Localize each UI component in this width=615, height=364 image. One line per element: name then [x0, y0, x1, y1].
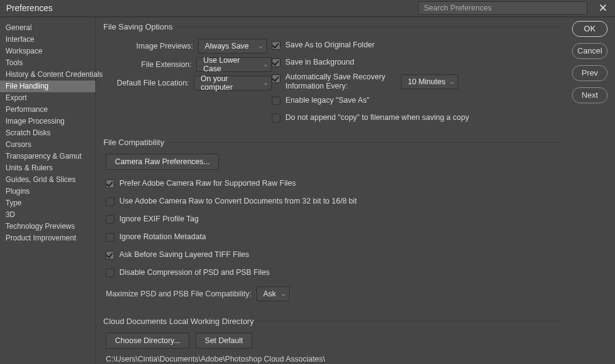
- legend-file-compat: File Compatibility: [103, 138, 168, 147]
- dialog-buttons: OK Cancel Prev Next: [568, 21, 611, 364]
- legend-cloud-docs: Cloud Documents Local Working Directory: [103, 317, 258, 326]
- body: GeneralInterfaceWorkspaceToolsHistory & …: [0, 17, 615, 364]
- dd-auto-save-interval[interactable]: 10 Minutes⌵: [401, 74, 458, 89]
- checkbox-icon: [272, 58, 280, 67]
- chevron-down-icon: ⌵: [259, 42, 263, 49]
- cb-save-background[interactable]: Save in Background: [272, 55, 560, 70]
- sidebar-item-general[interactable]: General: [0, 22, 95, 34]
- sidebar-item-scratch-disks[interactable]: Scratch Disks: [0, 127, 95, 139]
- dd-file-extension[interactable]: Use Lower Case⌵: [196, 57, 272, 72]
- main-area: File Saving Options Image Previews: Alwa…: [96, 17, 615, 364]
- checkbox-icon: [106, 180, 114, 188]
- checkbox-icon: [106, 251, 114, 259]
- sidebar-item-tools[interactable]: Tools: [0, 57, 95, 69]
- cb-prefer-acr[interactable]: Prefer Adobe Camera Raw for Supported Ra…: [106, 176, 560, 191]
- chevron-down-icon: ⌵: [282, 290, 285, 297]
- cb-ignore-exif[interactable]: Ignore EXIF Profile Tag: [106, 212, 560, 227]
- cb-save-as-original[interactable]: Save As to Original Folder: [272, 38, 560, 53]
- label-file-extension: File Extension:: [106, 60, 196, 69]
- cb-legacy-save-as[interactable]: Enable legacy "Save As": [272, 93, 560, 108]
- group-file-compat: File Compatibility Camera Raw Preference…: [103, 136, 562, 304]
- close-icon[interactable]: ✕: [596, 1, 610, 15]
- group-file-saving: File Saving Options Image Previews: Alwa…: [103, 21, 562, 125]
- sidebar-item-export[interactable]: Export: [0, 92, 95, 104]
- preferences-window: Preferences ✕ GeneralInterfaceWorkspaceT…: [0, 0, 615, 364]
- sidebar-item-workspace[interactable]: Workspace: [0, 46, 95, 57]
- cancel-button[interactable]: Cancel: [572, 43, 608, 59]
- set-default-button[interactable]: Set Default: [196, 333, 252, 349]
- checkbox-icon: [272, 97, 280, 105]
- sidebar-item-performance[interactable]: Performance: [0, 104, 95, 116]
- sidebar-item-units-rulers[interactable]: Units & Rulers: [0, 162, 95, 174]
- label-maximize-compat: Maximize PSD and PSB File Compatibility:: [106, 290, 256, 298]
- cb-no-append-copy[interactable]: Do not append "copy" to filename when sa…: [272, 111, 560, 125]
- label-image-previews: Image Previews:: [106, 42, 198, 50]
- sidebar-item-transparency-gamut[interactable]: Transparency & Gamut: [0, 151, 95, 162]
- search-input[interactable]: [418, 1, 587, 15]
- titlebar: Preferences ✕: [0, 0, 615, 17]
- label-default-file-location: Default File Location:: [106, 79, 194, 87]
- checkbox-icon: [106, 233, 114, 242]
- next-button[interactable]: Next: [572, 87, 608, 103]
- chevron-down-icon: ⌵: [264, 61, 268, 68]
- chevron-down-icon: ⌵: [450, 78, 454, 85]
- legend-file-saving: File Saving Options: [103, 22, 177, 31]
- checkbox-icon: [106, 215, 114, 224]
- cb-disable-compress[interactable]: Disable Compression of PSD and PSB Files: [106, 266, 560, 280]
- sidebar-item-3d[interactable]: 3D: [0, 209, 95, 221]
- chevron-down-icon: ⌵: [264, 79, 268, 86]
- cb-acr-convert[interactable]: Use Adobe Camera Raw to Convert Document…: [106, 194, 560, 209]
- sidebar-item-cursors[interactable]: Cursors: [0, 139, 95, 151]
- window-title: Preferences: [6, 3, 52, 13]
- checkbox-icon: [106, 269, 114, 277]
- cb-ask-tiff[interactable]: Ask Before Saving Layered TIFF Files: [106, 248, 560, 263]
- checkbox-icon: [272, 41, 280, 50]
- sidebar-item-product-improvement[interactable]: Product Improvement: [0, 232, 95, 244]
- cb-auto-save[interactable]: Automatically Save Recovery Information …: [272, 73, 560, 91]
- camera-raw-prefs-button[interactable]: Camera Raw Preferences...: [106, 154, 219, 170]
- group-cloud-docs: Cloud Documents Local Working Directory …: [103, 315, 562, 363]
- dd-maximize-compat[interactable]: Ask⌵: [256, 287, 290, 301]
- sidebar: GeneralInterfaceWorkspaceToolsHistory & …: [0, 17, 96, 364]
- ok-button[interactable]: OK: [572, 21, 608, 37]
- content: File Saving Options Image Previews: Alwa…: [103, 21, 568, 364]
- cb-ignore-rotation[interactable]: Ignore Rotation Metadata: [106, 230, 560, 245]
- sidebar-item-history-content-credentials[interactable]: History & Content Credentials: [0, 69, 95, 81]
- choose-directory-button[interactable]: Choose Directory...: [106, 333, 189, 349]
- prev-button[interactable]: Prev: [572, 65, 608, 81]
- cloud-directory-path: C:\Users\Cintia\Documents\Adobe\Photosho…: [106, 355, 560, 363]
- sidebar-item-file-handling[interactable]: File Handling: [0, 81, 95, 92]
- sidebar-item-interface[interactable]: Interface: [0, 34, 95, 46]
- sidebar-item-technology-previews[interactable]: Technology Previews: [0, 221, 95, 232]
- sidebar-item-guides-grid-slices[interactable]: Guides, Grid & Slices: [0, 174, 95, 186]
- sidebar-item-type[interactable]: Type: [0, 197, 95, 209]
- sidebar-item-image-processing[interactable]: Image Processing: [0, 116, 95, 127]
- dd-default-file-location[interactable]: On your computer⌵: [194, 76, 272, 90]
- checkbox-icon: [106, 197, 114, 206]
- sidebar-item-plugins[interactable]: Plugins: [0, 186, 95, 197]
- dd-image-previews[interactable]: Always Save⌵: [198, 39, 267, 53]
- checkbox-icon: [272, 114, 280, 122]
- checkbox-icon: [272, 74, 280, 83]
